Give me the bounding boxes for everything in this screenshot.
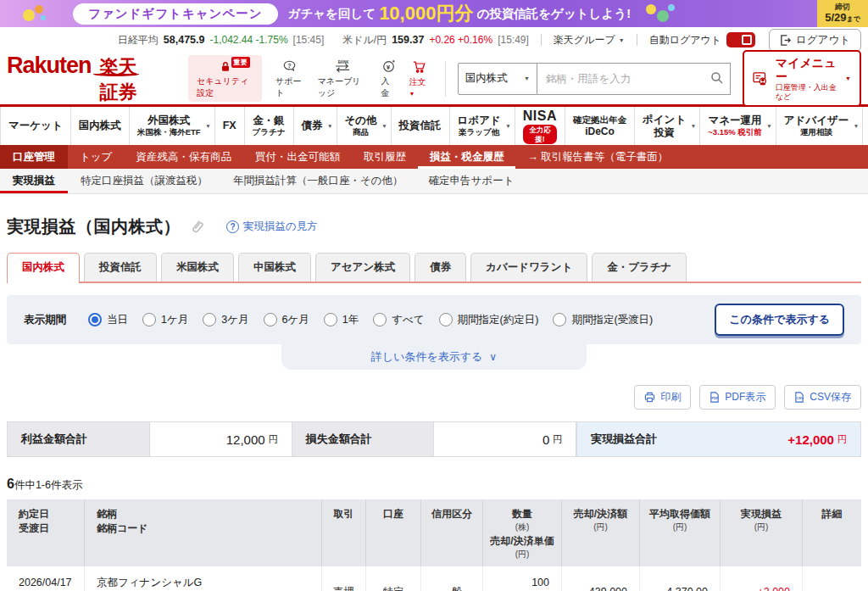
- nikkei-time: [15:45]: [293, 34, 325, 46]
- period-radio-6months[interactable]: 6ケ月: [264, 313, 309, 327]
- subnav-realized-pl[interactable]: 実現損益: [0, 169, 68, 193]
- cell-amount: 439,000: [562, 566, 640, 591]
- nav-item-advisor[interactable]: アドバイザー運用相談: [776, 107, 863, 145]
- quick-links: 重要 セキュリティ設定 ? サポート BANK マネーブリッジ ¥ 入金: [188, 55, 430, 102]
- nav-item-bonds[interactable]: 債券: [294, 107, 337, 145]
- rakuten-group-menu[interactable]: 楽天グループ ▼: [554, 33, 625, 47]
- auto-logout-toggle[interactable]: [726, 32, 755, 47]
- coin-yen-icon: ¥: [381, 59, 396, 74]
- product-tabs: 国内株式 投資信託 米国株式 中国株式 アセアン株式 債券 カバードワラント 金…: [7, 253, 861, 283]
- realized-pl-total-value: +12,000円: [719, 422, 860, 456]
- cell-realized-pl: +2,000: [721, 566, 803, 591]
- pl-summary-bar: 利益金額合計 12,000円 損失金額合計 0円 実現損益合計 +12,000円: [7, 421, 861, 457]
- svg-text:¥: ¥: [386, 63, 390, 70]
- cell-quantity: 1004,390.0: [483, 566, 562, 591]
- table-row[interactable]: 2026/04/172026/04/21 京都フィナンシャルG5844 売埋 特…: [7, 566, 861, 591]
- period-radio-3months[interactable]: 3ケ月: [203, 313, 248, 327]
- nav-item-securities-loan[interactable]: 証券担保ローン: [863, 107, 868, 145]
- csv-file-icon: CSV: [794, 392, 804, 403]
- money-bridge-link[interactable]: BANK マネーブリッジ: [318, 59, 368, 99]
- question-circle-icon: ?: [226, 220, 239, 233]
- subnav-annual-pl[interactable]: 年間損益計算（一般口座・その他）: [220, 169, 416, 193]
- realized-pl-total-label: 実現損益合計: [576, 422, 719, 456]
- nav-item-roboad[interactable]: ロボアド楽ラップ他: [450, 107, 515, 145]
- tab-gold-platinum[interactable]: 金・プラチナ: [592, 253, 687, 282]
- tab-bonds[interactable]: 債券: [415, 253, 466, 282]
- paperclip-icon[interactable]: [191, 220, 204, 235]
- csv-save-button[interactable]: CSV CSV保存: [784, 385, 861, 410]
- balloon-decoration: [22, 4, 47, 23]
- radio-icon: [439, 313, 453, 326]
- page-title: 実現損益（国内株式）: [7, 215, 181, 238]
- nav-item-money-management[interactable]: マネー運用~3.15% 税引前: [700, 107, 776, 145]
- period-radio-1year[interactable]: 1年: [324, 313, 359, 327]
- print-button[interactable]: 印刷: [634, 385, 691, 410]
- period-radio-range-settle-date[interactable]: 期間指定(受渡日): [553, 313, 653, 327]
- nav-item-investment-trust[interactable]: 投資信託: [392, 107, 450, 145]
- chevron-down-icon: ∨: [489, 351, 497, 363]
- tab-us-stock[interactable]: 米国株式: [161, 253, 234, 282]
- radio-icon: [203, 313, 216, 326]
- nav-item-nisa[interactable]: NISA全力応援!: [515, 107, 565, 145]
- campaign-banner[interactable]: ファンドギフトキャンペーン ガチャを回して 10,000円分 の投資信託をゲット…: [0, 0, 868, 27]
- tab-covered-warrant[interactable]: カバードワラント: [470, 253, 587, 282]
- usdjpy-time: [15:49]: [498, 34, 529, 46]
- search-icon[interactable]: [710, 71, 724, 85]
- security-settings-link[interactable]: 重要 セキュリティ設定: [188, 55, 262, 102]
- stock-search: 国内株式 ▼: [458, 63, 731, 95]
- nav-item-other-products[interactable]: その他商品: [337, 107, 392, 145]
- search-input[interactable]: [537, 63, 731, 95]
- nav-item-domestic-stock[interactable]: 国内株式: [71, 107, 130, 145]
- account-nav-trade-history[interactable]: 取引履歴: [352, 145, 418, 169]
- subnav-tax-return-support[interactable]: 確定申告サポート: [416, 169, 527, 193]
- subnav-specific-account-pl[interactable]: 特定口座損益（譲渡益税）: [68, 169, 220, 193]
- help-link[interactable]: ? 実現損益の見方: [226, 220, 318, 234]
- search-category-select[interactable]: 国内株式 ▼: [458, 63, 537, 95]
- account-management-nav: 口座管理 トップ 資産残高・保有商品 買付・出金可能額 取引履歴 損益・税金履歴…: [0, 145, 868, 169]
- account-management-label[interactable]: 口座管理: [0, 145, 68, 169]
- profit-total-value: 12,000円: [149, 422, 292, 456]
- nav-item-gold-platinum[interactable]: 金・銀プラチナ: [245, 107, 294, 145]
- table-header: 約定日受渡日 銘柄銘柄コード 取引 口座 信用区分 数量(株)売却/決済単価(円…: [7, 499, 861, 566]
- tab-domestic-stock[interactable]: 国内株式: [7, 253, 80, 282]
- usdjpy-change: +0.26 +0.16%: [429, 34, 492, 46]
- pdf-file-icon: PDF: [709, 392, 720, 403]
- nav-item-fx[interactable]: FX: [215, 107, 245, 145]
- logout-button[interactable]: ログアウト: [769, 29, 861, 52]
- period-radio-range-trade-date[interactable]: 期間指定(約定日): [439, 313, 539, 327]
- pdf-view-button[interactable]: PDF PDF表示: [699, 385, 776, 410]
- nav-item-point-investment[interactable]: ポイント投資: [635, 107, 700, 145]
- nikkei-change: -1,042.44 -1.75%: [210, 34, 288, 46]
- account-nav-assets[interactable]: 資産残高・保有商品: [124, 145, 243, 169]
- realized-pl-table: 約定日受渡日 銘柄銘柄コード 取引 口座 信用区分 数量(株)売却/決済単価(円…: [7, 499, 861, 591]
- deposit-link[interactable]: ¥ 入金: [381, 59, 396, 99]
- cell-dates: 2026/04/172026/04/21: [7, 566, 85, 591]
- loss-total-value: 0円: [433, 422, 576, 456]
- apply-filter-button[interactable]: この条件で表示する: [715, 304, 844, 336]
- nav-item-ideco[interactable]: 確定拠出年金iDeCo: [565, 107, 635, 145]
- nav-item-foreign-stock[interactable]: 外国株式米国株・海外ETF: [130, 107, 215, 145]
- nikkei-value: 58,475.9: [164, 34, 205, 46]
- support-link[interactable]: ? サポート: [275, 59, 304, 99]
- tab-china-stock[interactable]: 中国株式: [238, 253, 311, 282]
- period-radio-1month[interactable]: 1ケ月: [142, 313, 188, 327]
- account-nav-pl-tax-history[interactable]: 損益・税金履歴: [418, 145, 516, 169]
- account-nav-buying-power[interactable]: 買付・出金可能額: [243, 145, 352, 169]
- detail-conditions-toggle[interactable]: 詳しい条件を表示する ∨: [281, 344, 587, 370]
- main-navigation: マーケット 国内株式 外国株式米国株・海外ETF FX 金・銀プラチナ 債券 そ…: [0, 107, 868, 145]
- order-link[interactable]: 注文 ▼: [409, 59, 430, 98]
- tab-asean-stock[interactable]: アセアン株式: [315, 253, 410, 282]
- rakuten-securities-logo[interactable]: Rakuten 楽天証券: [7, 53, 153, 105]
- results-count: 6件中1-6件表示: [7, 477, 861, 493]
- account-nav-reports[interactable]: → 取引報告書等（電子書面）: [515, 145, 680, 169]
- nav-item-market[interactable]: マーケット: [0, 107, 71, 145]
- account-nav-top[interactable]: トップ: [68, 145, 124, 169]
- tab-investment-trust[interactable]: 投資信託: [84, 253, 157, 282]
- loss-total-label: 損失金額合計: [292, 422, 434, 456]
- my-menu-button[interactable]: マイメニュー 口座管理・入出金など ▼: [743, 50, 861, 107]
- period-radio-all[interactable]: すべて: [373, 313, 424, 327]
- period-radio-today[interactable]: 当日: [88, 313, 128, 327]
- radio-icon: [264, 313, 277, 326]
- radio-selected-icon: [88, 313, 102, 326]
- campaign-deadline: 締切 5/29まで: [817, 0, 868, 27]
